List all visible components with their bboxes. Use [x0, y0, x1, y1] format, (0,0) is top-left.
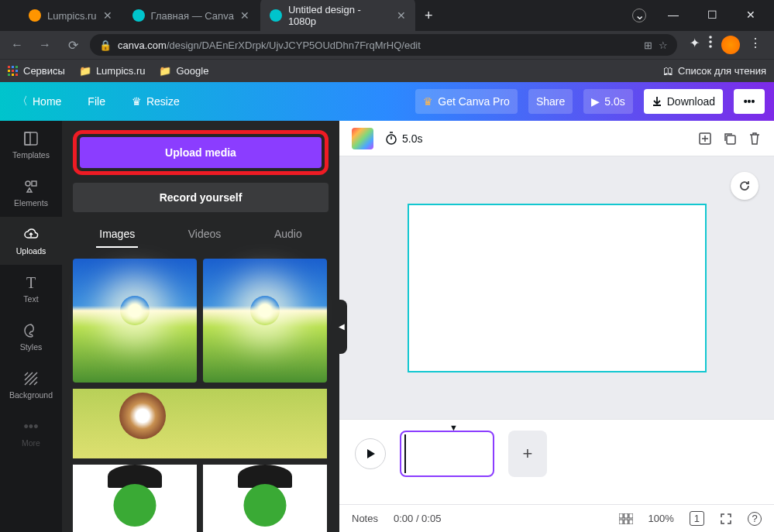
install-app-icon[interactable]: ⊞ — [644, 39, 652, 51]
fullscreen-icon[interactable] — [720, 513, 732, 525]
bookmark-google[interactable]: 📁 Google — [159, 65, 208, 77]
svg-point-14 — [26, 181, 30, 186]
close-icon[interactable]: ✕ — [739, 9, 762, 22]
tab-images[interactable]: Images — [96, 221, 138, 248]
sidebar-item-label: Uploads — [16, 246, 46, 256]
browser-tab-1[interactable]: Lumpics.ru ✕ — [19, 3, 122, 28]
upload-thumbnail[interactable] — [73, 259, 197, 383]
folder-icon: 📁 — [159, 65, 171, 77]
elements-icon — [22, 178, 40, 195]
timeline-play-button[interactable] — [355, 438, 386, 469]
file-button[interactable]: File — [80, 89, 113, 114]
lock-icon: 🔒 — [99, 39, 112, 51]
background-icon — [22, 370, 40, 387]
get-pro-button[interactable]: ♛ Get Canva Pro — [415, 89, 518, 114]
side-nav: Templates Elements Uploads T Text Styles… — [0, 121, 62, 532]
sidebar-item-label: Elements — [14, 198, 48, 208]
download-icon — [652, 96, 662, 107]
help-icon[interactable]: ? — [748, 512, 762, 526]
svg-rect-15 — [32, 181, 36, 186]
resize-button[interactable]: ♛ Resize — [124, 89, 187, 114]
upload-media-button[interactable]: Upload media — [80, 137, 322, 168]
editor-toolbar: 5.0s — [339, 121, 774, 156]
url-input[interactable]: 🔒 canva.com/design/DAEnErXDrpk/UjvJCYP5O… — [90, 34, 677, 56]
browser-tab-3[interactable]: Untitled design - 1080p ✕ — [260, 0, 415, 33]
upload-thumbnail[interactable] — [203, 465, 327, 532]
extensions-icon[interactable]: ✦ — [690, 36, 700, 54]
window-controls: ⌄ — ☐ ✕ — [632, 9, 774, 22]
maximize-icon[interactable]: ☐ — [700, 9, 724, 22]
bookmark-services[interactable]: Сервисы — [8, 65, 65, 77]
favicon-lumpics — [29, 9, 41, 22]
styles-icon — [22, 322, 40, 339]
close-icon[interactable]: ✕ — [240, 9, 249, 22]
canvas-area[interactable] — [339, 156, 774, 419]
duplicate-icon[interactable] — [723, 132, 737, 146]
url-text: canva.com/design/DAEnErXDrpk/UjvJCYP5OUd… — [118, 39, 421, 51]
sidebar-item-text[interactable]: T Text — [0, 265, 62, 313]
color-picker-button[interactable] — [352, 128, 373, 149]
svg-rect-11 — [15, 74, 18, 76]
add-clip-button[interactable]: + — [508, 431, 547, 477]
sidebar-item-label: More — [22, 438, 40, 448]
page-number[interactable]: 1 — [690, 511, 704, 526]
grid-view-icon[interactable] — [619, 513, 633, 524]
menu-icon[interactable] — [709, 36, 712, 54]
back-icon[interactable]: ← — [6, 38, 28, 52]
profile-avatar[interactable] — [721, 36, 740, 54]
sidebar-item-styles[interactable]: Styles — [0, 313, 62, 361]
sidebar-item-more[interactable]: ••• More — [0, 409, 62, 457]
kebab-menu-icon[interactable]: ⋮ — [749, 36, 762, 54]
new-tab-button[interactable]: + — [417, 8, 441, 24]
tab-audio[interactable]: Audio — [271, 221, 305, 248]
svg-rect-5 — [15, 66, 18, 68]
templates-icon — [22, 130, 40, 147]
svg-rect-12 — [25, 132, 37, 145]
sidebar-item-elements[interactable]: Elements — [0, 169, 62, 217]
upload-thumbnail[interactable] — [73, 389, 327, 458]
sidebar-item-templates[interactable]: Templates — [0, 121, 62, 169]
duration-button[interactable]: 5.0s — [384, 132, 422, 146]
notes-button[interactable]: Notes — [352, 513, 378, 524]
close-icon[interactable]: ✕ — [103, 9, 112, 22]
stopwatch-icon — [384, 132, 398, 146]
canva-topbar: 〈 Home File ♛ Resize ♛ Get Canva Pro Sha… — [0, 82, 774, 121]
reload-icon[interactable]: ⟳ — [62, 38, 84, 53]
play-button[interactable]: ▶ 5.0s — [583, 89, 632, 114]
sidebar-item-label: Background — [9, 390, 53, 400]
favicon-canva — [132, 9, 145, 22]
upload-thumbnail[interactable] — [203, 259, 327, 383]
thumbnail-grid — [73, 259, 329, 532]
tab-videos[interactable]: Videos — [185, 221, 225, 248]
svg-point-2 — [709, 45, 712, 48]
svg-rect-9 — [8, 74, 10, 76]
canvas-frame[interactable] — [408, 204, 707, 372]
refresh-button[interactable] — [731, 172, 759, 200]
share-button[interactable]: Share — [528, 89, 573, 114]
timeline-clip[interactable] — [400, 431, 494, 477]
trash-icon[interactable] — [748, 132, 762, 146]
tab-title: Untitled design - 1080p — [288, 4, 390, 27]
record-yourself-button[interactable]: Record yourself — [73, 183, 329, 212]
editor: 5.0s ▼ + Notes — [339, 121, 774, 532]
browser-tab-2[interactable]: Главная — Canva ✕ — [123, 3, 259, 28]
add-page-icon[interactable] — [698, 132, 712, 146]
zoom-level[interactable]: 100% — [648, 513, 674, 524]
duration-value: 5.0s — [402, 132, 422, 145]
crown-icon: ♛ — [423, 95, 433, 108]
upload-thumbnail[interactable] — [73, 465, 197, 532]
home-button[interactable]: 〈 Home — [9, 88, 69, 115]
minimize-icon[interactable]: — — [662, 9, 685, 22]
forward-icon[interactable]: → — [34, 38, 56, 52]
svg-rect-24 — [629, 520, 633, 524]
sidebar-item-uploads[interactable]: Uploads — [0, 217, 62, 265]
reading-list-button[interactable]: 🕮 Список для чтения — [663, 65, 766, 77]
close-icon[interactable]: ✕ — [397, 9, 406, 22]
sidebar-item-background[interactable]: Background — [0, 361, 62, 409]
svg-rect-23 — [624, 520, 628, 524]
download-button[interactable]: Download — [644, 89, 723, 114]
more-button[interactable]: ••• — [734, 89, 765, 114]
bookmark-lumpics[interactable]: 📁 Lumpics.ru — [79, 65, 146, 77]
bookmark-star-icon[interactable]: ☆ — [659, 39, 668, 51]
chevron-down-icon[interactable]: ⌄ — [632, 9, 646, 22]
